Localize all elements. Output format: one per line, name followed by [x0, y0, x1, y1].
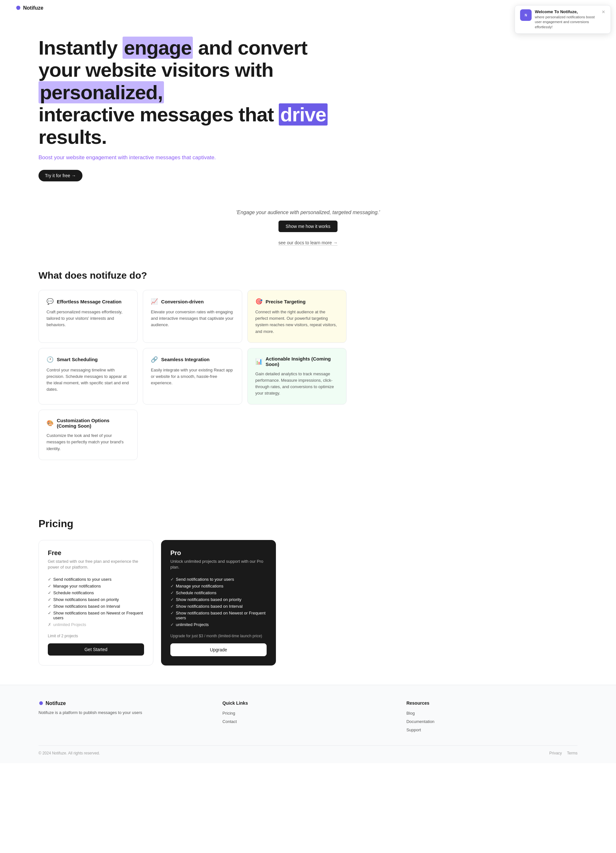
logo[interactable]: Notifuze: [15, 5, 43, 11]
show-how-button[interactable]: Show me how it works: [278, 220, 337, 232]
headline-part-4: results.: [38, 126, 107, 148]
toast-content: Welcome To Notifuze, where personalized …: [535, 9, 597, 30]
feature-card-0: 💬 Effortless Message Creation Craft pers…: [38, 290, 138, 343]
feature-desc-5: Gain detailed analytics to track message…: [256, 371, 339, 397]
footer-resource-item: Documentation: [407, 718, 578, 724]
hero-section: Instantly engage and convert your websit…: [0, 16, 385, 194]
hero-captivate: captivate.: [192, 155, 216, 161]
plan-desc-1: Unlock unlimited projects and support wi…: [170, 559, 266, 570]
footer-quick-links-title: Quick Links: [222, 701, 394, 706]
pricing-feature: ✓ Manage your notifications: [48, 583, 144, 589]
feature-card-4: 🔗 Seamless Integration Easily integrate …: [143, 348, 242, 405]
feature-card-header-0: 💬 Effortless Message Creation: [47, 298, 130, 305]
feature-title-0: Effortless Message Creation: [57, 299, 122, 304]
feature-desc-4: Easily integrate with your existing Reac…: [151, 367, 234, 386]
terms-link[interactable]: Terms: [567, 751, 578, 756]
feature-card-1: 📈 Conversion-driven Elevate your convers…: [143, 290, 242, 343]
pricing-title: Pricing: [38, 518, 347, 530]
feature-desc-6: Customize the look and feel of your mess…: [47, 433, 130, 452]
feature-card-header-2: 🎯 Precise Targeting: [256, 298, 339, 305]
feature-icon-6: 🎨: [47, 420, 54, 426]
footer-resource-link[interactable]: Blog: [407, 711, 415, 716]
feature-icon-2: 🎯: [256, 298, 262, 305]
pricing-feature: ✓ Schedule notifications: [170, 589, 266, 596]
footer: Notifuze Notifuze is a platform to publi…: [0, 685, 616, 763]
features-grid: 💬 Effortless Message Creation Craft pers…: [38, 290, 347, 460]
pricing-upgrade-note: Upgrade for just $3 / month (limited-tim…: [170, 634, 266, 638]
features-section: What does notifuze do? 💬 Effortless Mess…: [0, 251, 385, 479]
feature-desc-2: Connect with the right audience at the p…: [256, 309, 339, 335]
feature-title-1: Conversion-driven: [161, 299, 204, 304]
footer-quick-link[interactable]: Contact: [222, 719, 237, 724]
pricing-section: Pricing Free Get started with our free p…: [0, 499, 385, 685]
footer-quick-link[interactable]: Pricing: [222, 711, 235, 716]
toast-close-button[interactable]: ✕: [602, 9, 605, 14]
feature-card-header-4: 🔗 Seamless Integration: [151, 356, 234, 363]
pricing-feature: ✓ Send notifications to your users: [170, 576, 266, 583]
quote-section: 'Engage your audience with personalized,…: [0, 194, 616, 251]
footer-bottom: © 2024 Notifuze. All rights reserved. Pr…: [38, 745, 578, 756]
footer-resource-item: Blog: [407, 710, 578, 716]
footer-logo: Notifuze: [38, 701, 209, 706]
footer-resources-title: Resources: [407, 701, 578, 706]
pricing-feature: ✓ Manage your notifications: [170, 583, 266, 589]
footer-resource-item: Support: [407, 727, 578, 733]
feature-desc-3: Control your messaging timeline with pre…: [47, 367, 130, 393]
pricing-feature: ✓ Send notifications to your users: [48, 576, 144, 583]
privacy-link[interactable]: Privacy: [549, 751, 562, 756]
plan-name-1: Pro: [170, 549, 266, 557]
feature-title-3: Smart Scheduling: [57, 357, 98, 362]
headline-personalized: personalized,: [38, 81, 164, 103]
pricing-feature: ✓ Show notifications based on priority: [170, 596, 266, 603]
feature-icon-4: 🔗: [151, 356, 158, 363]
feature-card-6: 🎨 Customization Options (Coming Soon) Cu…: [38, 410, 138, 460]
footer-quick-links: Quick Links PricingContact: [222, 701, 394, 735]
feature-card-2: 🎯 Precise Targeting Connect with the rig…: [247, 290, 347, 343]
footer-top: Notifuze Notifuze is a platform to publi…: [38, 701, 578, 735]
footer-resource-link[interactable]: Support: [407, 727, 421, 732]
pricing-feature: ✓ Show notifications based on priority: [48, 596, 144, 603]
pricing-button-1[interactable]: Upgrade: [170, 644, 266, 656]
footer-quick-link-item: Contact: [222, 718, 394, 724]
feature-desc-1: Elevate your conversion rates with engag…: [151, 309, 234, 328]
feature-title-5: Actionable Insights (Coming Soon): [266, 356, 339, 367]
toast-avatar: N: [520, 9, 531, 21]
footer-resources: Resources BlogDocumentationSupport: [407, 701, 578, 735]
footer-resource-link[interactable]: Documentation: [407, 719, 434, 724]
headline-part-1: Instantly: [38, 36, 123, 59]
pricing-grid: Free Get started with our free plan and …: [38, 540, 276, 666]
pricing-button-0[interactable]: Get Started: [48, 644, 144, 656]
quote-text: 'Engage your audience with personalized,…: [6, 209, 610, 216]
pricing-feature: ✓ Show notifications based on Newest or …: [170, 610, 266, 621]
footer-brand-desc: Notifuze is a platform to publish messag…: [38, 709, 209, 716]
plan-desc-0: Get started with our free plan and exper…: [48, 559, 144, 570]
footer-quick-link-item: Pricing: [222, 710, 394, 716]
toast-body: where personalized notifications boost u…: [535, 15, 597, 30]
pricing-feature: ✓ unlimited Projects: [170, 621, 266, 628]
toast-title: Welcome To Notifuze,: [535, 9, 597, 14]
features-title: What does notifuze do?: [38, 270, 347, 281]
headline-part-3: interactive messages that: [38, 103, 279, 126]
footer-copyright: © 2024 Notifuze. All rights reserved.: [38, 751, 100, 756]
feature-card-header-6: 🎨 Customization Options (Coming Soon): [47, 418, 130, 429]
feature-desc-0: Craft personalized messages effortlessly…: [47, 309, 130, 328]
feature-card-5: 📊 Actionable Insights (Coming Soon) Gain…: [247, 348, 347, 405]
footer-bottom-links: Privacy Terms: [549, 751, 578, 756]
cta-button[interactable]: Try it for free →: [38, 170, 82, 181]
feature-icon-1: 📈: [151, 298, 158, 305]
footer-resources-list: BlogDocumentationSupport: [407, 710, 578, 733]
pricing-feature: ✓ Show notifications based on Interval: [170, 603, 266, 610]
headline-engage: engage: [123, 36, 193, 59]
docs-link[interactable]: see our docs to learn more →: [278, 240, 338, 246]
pricing-feature: ✗ unlimited Projects: [48, 621, 144, 628]
pricing-feature: ✓ Show notifications based on Interval: [48, 603, 144, 610]
footer-logo-icon: [38, 701, 44, 706]
footer-brand: Notifuze Notifuze is a platform to publi…: [38, 701, 209, 735]
pricing-feature: ✓ Schedule notifications: [48, 589, 144, 596]
feature-card-header-1: 📈 Conversion-driven: [151, 298, 234, 305]
feature-icon-0: 💬: [47, 298, 54, 305]
headline-drive: drive: [279, 103, 327, 126]
pricing-card-0: Free Get started with our free plan and …: [38, 540, 153, 666]
logo-text: Notifuze: [23, 5, 43, 11]
logo-icon: [15, 5, 21, 11]
